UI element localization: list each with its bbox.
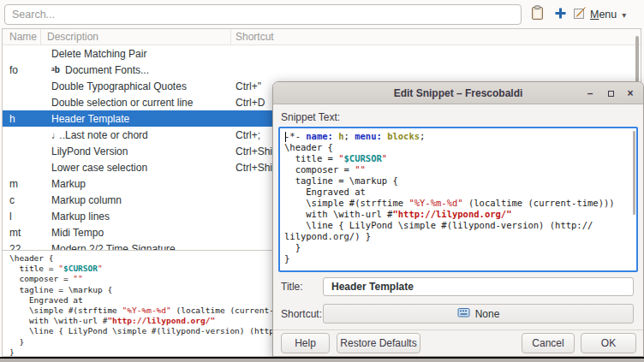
header-shortcut[interactable]: Shortcut — [231, 29, 641, 45]
title-label: Title: — [281, 281, 303, 293]
snippet-text-editor[interactable]: -*- name: h; menu: blocks;\header { titl… — [278, 127, 638, 272]
row-name: c — [3, 194, 41, 206]
dialog-title: Edit Snippet – Frescobaldi — [394, 87, 523, 99]
plus-icon — [554, 7, 567, 23]
close-button[interactable]: × — [623, 86, 637, 100]
row-name: mt — [3, 227, 41, 239]
row-description: Midi Tempo — [41, 227, 231, 239]
row-description: Header Template — [41, 113, 231, 125]
chevron-down-icon: ▾ — [622, 10, 626, 20]
fonts-icon: ᵃb — [51, 66, 65, 74]
row-description: ♩‥Last note or chord — [41, 129, 231, 141]
add-snippet-button[interactable] — [552, 6, 569, 23]
keyboard-icon — [457, 307, 470, 320]
row-description: ᵃbDocument Fonts... — [41, 64, 231, 76]
clipboard-paste-icon — [530, 5, 545, 24]
row-name: fo — [3, 64, 41, 76]
header-description[interactable]: Description — [41, 29, 231, 45]
help-button[interactable]: Help — [281, 333, 330, 353]
title-field[interactable] — [323, 277, 634, 296]
header-name[interactable]: Name — [3, 29, 41, 45]
table-header: Name Description Shortcut — [3, 29, 641, 45]
dialog-titlebar[interactable]: Edit Snippet – Frescobaldi – × — [273, 82, 643, 104]
row-name: m — [3, 178, 41, 190]
menu-button[interactable]: Menu ▾ — [590, 6, 626, 23]
maximize-icon — [608, 91, 614, 97]
table-row[interactable]: foᵃbDocument Fonts... — [3, 62, 641, 78]
row-description: Delete Matching Pair — [41, 48, 231, 60]
text-cursor — [285, 132, 286, 142]
edit-snippet-dialog: Edit Snippet – Frescobaldi – × Snippet T… — [272, 81, 644, 357]
snippet-toolbar: Menu ▾ — [0, 0, 644, 28]
minimize-button[interactable]: – — [583, 86, 597, 100]
row-description: Markup — [41, 178, 231, 190]
search-input[interactable] — [4, 4, 522, 25]
edit-snippet-button[interactable] — [571, 6, 588, 23]
snippet-text-label: Snippet Text: — [281, 111, 340, 123]
row-description: Markup column — [41, 194, 231, 206]
snippet-text-code: -*- name: h; menu: blocks;\header { titl… — [284, 131, 632, 264]
paste-snippet-button[interactable] — [528, 6, 546, 23]
ok-button[interactable]: OK — [581, 333, 636, 353]
row-description: Modern 2/2 Time Signature — [41, 243, 231, 251]
edit-pencil-icon — [573, 6, 587, 23]
table-row[interactable]: Delete Matching Pair — [3, 45, 641, 62]
row-name: l — [3, 211, 41, 223]
shortcut-label: Shortcut: — [281, 308, 322, 320]
restore-defaults-button[interactable]: Restore Defaults — [337, 333, 420, 353]
row-description: Double Typographical Quotes — [41, 80, 231, 92]
button-separator — [273, 329, 643, 330]
window-bottom-shadow — [0, 359, 644, 362]
maximize-button[interactable] — [604, 86, 617, 100]
row-description: Markup lines — [41, 211, 231, 223]
cancel-button[interactable]: Cancel — [522, 333, 575, 353]
note-icon: ♩‥ — [51, 131, 65, 139]
shortcut-value: None — [475, 308, 500, 320]
row-description: LilyPond Version — [41, 145, 231, 157]
row-description: Lower case selection — [41, 162, 231, 174]
row-name: 22 — [3, 243, 41, 251]
row-description: Double selection or current line — [41, 97, 231, 109]
row-name: h — [3, 113, 41, 125]
editor-scrollbar[interactable] — [633, 131, 635, 215]
shortcut-button[interactable]: None — [323, 304, 634, 323]
menu-label: Menu — [590, 9, 617, 21]
